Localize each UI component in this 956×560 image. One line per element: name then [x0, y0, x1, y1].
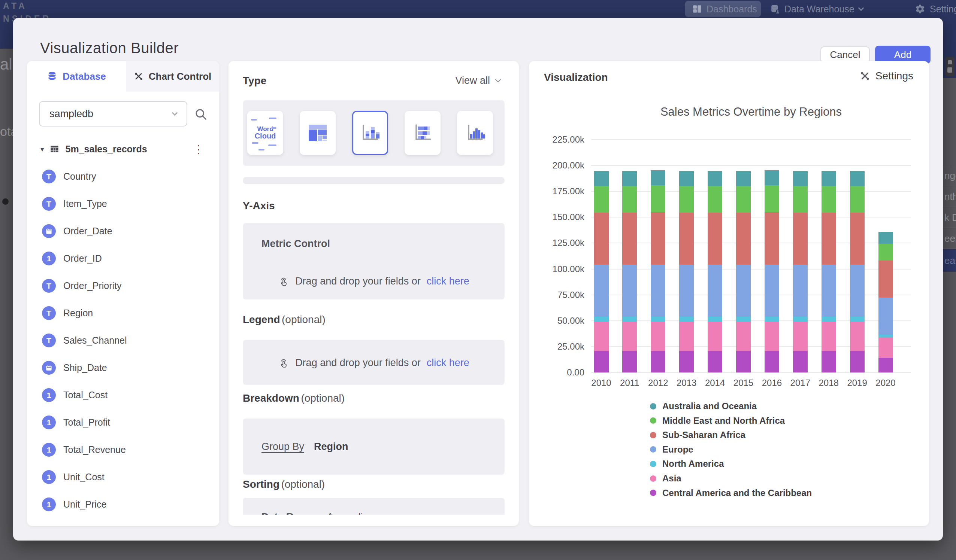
legend-item[interactable]: Sub-Saharan Africa [650, 430, 745, 440]
word-cloud-text-2: Cloud [255, 132, 276, 140]
chart-type-stacked-bar[interactable] [404, 111, 440, 155]
bar-segment [879, 358, 893, 372]
bar-segment [594, 265, 609, 316]
nav-dashboards[interactable]: Dashboards [685, 1, 761, 17]
legend-item[interactable]: Asia [650, 473, 681, 484]
bar-segment [850, 186, 865, 212]
number-type-icon: 1 [42, 443, 56, 457]
breakdown-dropzone[interactable]: Group By Region [243, 419, 505, 475]
stacked-column-icon [359, 122, 381, 144]
view-all-button[interactable]: View all [455, 75, 500, 86]
bar-segment [594, 322, 609, 351]
legend-item[interactable]: Europe [650, 444, 693, 455]
chart-type-treemap[interactable] [300, 111, 336, 155]
breakdown-field-item[interactable]: Group By Region [261, 441, 348, 453]
background-menu-item: nge [943, 165, 956, 186]
number-type-icon: 1 [42, 416, 56, 429]
bar-segment [764, 170, 779, 185]
group-by-function[interactable]: Group By [261, 441, 304, 453]
background-menu-item: eekly [943, 227, 956, 249]
field-item-region[interactable]: TRegion [27, 300, 219, 327]
bar-segment [622, 171, 637, 186]
caret-down-icon[interactable]: ▾ [41, 145, 44, 154]
metric-control-dropzone[interactable]: Metric Control Drag and drop your fields… [243, 223, 505, 300]
breakdown-section-title: Breakdown (optional) [243, 392, 344, 404]
legend-item[interactable]: Middle East and North Africa [650, 416, 785, 426]
field-item-unit_price[interactable]: 1Unit_Price [27, 491, 219, 518]
kebab-menu-icon[interactable]: ⋮ [193, 143, 204, 156]
number-type-icon: 1 [42, 251, 56, 265]
click-here-link[interactable]: click here [427, 276, 469, 287]
legend-dropzone[interactable]: Drag and drop your fields or click here [243, 340, 505, 385]
x-axis-label: 2016 [757, 378, 787, 388]
view-all-label: View all [455, 75, 490, 86]
gridline [591, 165, 911, 166]
legend-dot [650, 432, 656, 438]
bar-segment [822, 351, 836, 372]
calendar-icon [42, 224, 56, 238]
x-axis-label: 2012 [643, 378, 673, 388]
field-label: Total_Revenue [63, 444, 126, 455]
y-axis-tick-label: 50.00k [529, 315, 584, 326]
table-tree-row[interactable]: ▾ 5m_sales_records ⋮ [27, 140, 219, 158]
legend-item[interactable]: Central America and the Caribbean [650, 488, 812, 498]
x-axis-label: 2013 [672, 378, 702, 388]
field-item-country[interactable]: TCountry [27, 163, 219, 190]
field-label: Sales_Channel [63, 335, 127, 346]
field-label: Order_Priority [63, 280, 122, 291]
legend-dot [650, 403, 656, 409]
legend-label: Asia [662, 473, 681, 484]
drag-drop-text: Drag and drop your fields or [295, 357, 421, 369]
cancel-button[interactable]: Cancel [821, 46, 870, 63]
field-item-unit_cost[interactable]: 1Unit_Cost [27, 463, 219, 491]
chart-type-stacked-column[interactable] [352, 111, 388, 155]
chart-type-histogram[interactable] [457, 111, 493, 155]
nav-settings[interactable]: Settings [915, 1, 956, 17]
sorting-section-title: Sorting (optional) [243, 478, 325, 490]
bar-segment [793, 186, 808, 212]
sorting-direction: Ascending [327, 511, 374, 515]
word-cloud-text-1: Word [255, 126, 276, 133]
nav-data-warehouse[interactable]: Data Warehouse [770, 1, 863, 17]
y-axis-tick-label: 150.00k [529, 212, 584, 222]
bar-segment [850, 265, 865, 316]
database-icon [47, 71, 57, 82]
tab-database[interactable]: Database [27, 61, 126, 92]
bar-segment [793, 265, 808, 316]
field-item-sales_channel[interactable]: TSales_Channel [27, 327, 219, 354]
chart-type-word-cloud[interactable]: Word Cloud [247, 111, 283, 155]
field-item-total_cost[interactable]: 1Total_Cost [27, 381, 219, 409]
bar-segment [679, 171, 694, 186]
legend-item[interactable]: North America [650, 458, 724, 469]
bar-segment [594, 171, 609, 186]
click-here-link[interactable]: click here [427, 357, 469, 369]
horizontal-scrollbar[interactable] [243, 177, 505, 184]
field-item-order_priority[interactable]: TOrder_Priority [27, 272, 219, 300]
builder-scroll-area: Type View all Word Cloud [228, 61, 519, 515]
x-axis-label: 2011 [615, 378, 645, 388]
nav-data-warehouse-label: Data Warehouse [785, 4, 854, 15]
tab-chart-control[interactable]: Chart Control [126, 61, 219, 92]
field-item-ship_date[interactable]: Ship_Date [27, 354, 219, 381]
search-icon[interactable] [194, 107, 208, 121]
y-axis-tick-label: 0.00 [529, 367, 584, 378]
bar-segment [708, 322, 722, 351]
field-item-item_type[interactable]: TItem_Type [27, 190, 219, 218]
bar-segment [651, 322, 665, 351]
field-item-total_profit[interactable]: 1Total_Profit [27, 409, 219, 436]
field-item-total_revenue[interactable]: 1Total_Revenue [27, 436, 219, 463]
tap-icon [278, 358, 289, 369]
sorting-field-item[interactable]: Date Range Ascending [261, 511, 374, 515]
legend-dot [650, 417, 656, 424]
field-label: Order_ID [63, 253, 102, 264]
bar-segment [679, 186, 694, 212]
bar-segment [793, 317, 808, 322]
legend-item[interactable]: Australia and Oceania [650, 401, 757, 411]
field-item-order_id[interactable]: 1Order_ID [27, 245, 219, 272]
sorting-dropzone[interactable]: Date Range Ascending [243, 498, 505, 515]
field-item-order_date[interactable]: Order_Date [27, 218, 219, 245]
drag-drop-text: Drag and drop your fields or [295, 276, 421, 287]
database-select[interactable]: sampledb [39, 101, 187, 127]
bar-segment [736, 322, 751, 351]
bar-segment [622, 265, 637, 316]
